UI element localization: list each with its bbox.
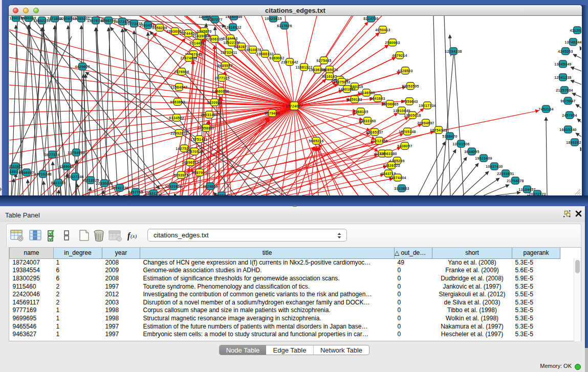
svg-text:6128503: 6128503 — [398, 69, 412, 73]
svg-text:23833160: 23833160 — [359, 119, 376, 123]
svg-text:3333883: 3333883 — [394, 187, 409, 190]
svg-text:8369062: 8369062 — [269, 56, 284, 60]
svg-text:18992829: 18992829 — [566, 141, 581, 144]
svg-text:2457954: 2457954 — [562, 114, 577, 117]
svg-text:22053595: 22053595 — [402, 84, 419, 88]
svg-text:8685577: 8685577 — [217, 64, 232, 68]
svg-text:6368105: 6368105 — [353, 110, 368, 114]
svg-text:8646997: 8646997 — [19, 171, 34, 174]
svg-text:19688132: 19688132 — [256, 52, 274, 56]
svg-text:13748244: 13748244 — [564, 40, 581, 44]
svg-text:3644095: 3644095 — [464, 150, 479, 154]
svg-text:22992872: 22992872 — [170, 132, 188, 135]
svg-text:15165337: 15165337 — [366, 130, 383, 134]
svg-text:4050413: 4050413 — [375, 28, 390, 32]
svg-text:17559643: 17559643 — [401, 100, 418, 103]
svg-text:(x): (x) — [130, 233, 137, 239]
svg-text:19017734: 19017734 — [419, 104, 436, 107]
svg-text:17751421: 17751421 — [190, 138, 208, 141]
svg-text:23826523: 23826523 — [383, 164, 400, 167]
svg-text:9983893: 9983893 — [170, 100, 185, 104]
svg-text:12541238: 12541238 — [554, 76, 572, 79]
svg-text:2876966: 2876966 — [174, 70, 189, 74]
svg-text:22570529: 22570529 — [186, 150, 203, 154]
svg-text:7452134: 7452134 — [538, 107, 553, 111]
svg-text:21012166: 21012166 — [371, 139, 388, 143]
svg-text:9275445: 9275445 — [316, 59, 331, 62]
svg-text:18754131: 18754131 — [430, 128, 447, 132]
svg-text:12294238: 12294238 — [445, 50, 462, 53]
svg-text:20031404: 20031404 — [201, 113, 218, 117]
svg-text:18724007: 18724007 — [286, 104, 303, 108]
svg-text:15180586: 15180586 — [225, 16, 243, 18]
svg-text:22306335: 22306335 — [206, 37, 223, 41]
svg-text:12920906: 12920906 — [165, 185, 182, 188]
svg-text:13910648: 13910648 — [393, 109, 410, 113]
svg-text:8134562: 8134562 — [169, 116, 184, 120]
svg-text:3220921: 3220921 — [207, 101, 222, 104]
svg-text:9958289: 9958289 — [152, 26, 167, 30]
svg-text:10710248: 10710248 — [34, 172, 52, 176]
svg-text:22330030: 22330030 — [96, 182, 113, 185]
svg-text:18096865: 18096865 — [381, 102, 399, 106]
svg-text:14401657: 14401657 — [338, 87, 356, 91]
svg-text:19085076: 19085076 — [321, 68, 338, 72]
svg-text:13732411: 13732411 — [220, 51, 237, 54]
svg-text:9887903: 9887903 — [192, 171, 207, 174]
svg-text:13421212: 13421212 — [145, 192, 162, 195]
svg-text:23874404: 23874404 — [389, 176, 406, 180]
svg-text:3677374: 3677374 — [45, 153, 59, 157]
svg-text:6457765: 6457765 — [128, 190, 143, 194]
svg-text:8224730: 8224730 — [363, 17, 378, 20]
svg-text:2580963: 2580963 — [385, 41, 400, 45]
svg-text:10327246: 10327246 — [67, 175, 84, 179]
svg-text:13701506: 13701506 — [452, 142, 470, 146]
svg-text:6357277: 6357277 — [207, 18, 222, 21]
svg-text:13754919: 13754919 — [68, 151, 85, 155]
svg-text:9816145: 9816145 — [322, 75, 337, 78]
svg-text:8359183: 8359183 — [347, 98, 362, 101]
svg-text:10837430: 10837430 — [486, 165, 503, 168]
svg-text:13805018: 13805018 — [404, 114, 421, 117]
svg-text:5685216: 5685216 — [309, 139, 323, 143]
svg-text:19523409: 19523409 — [475, 157, 492, 160]
svg-text:9214491: 9214491 — [189, 41, 204, 45]
svg-text:9436057: 9436057 — [397, 144, 412, 148]
svg-text:21754078: 21754078 — [507, 179, 524, 183]
svg-text:16510878: 16510878 — [244, 48, 262, 52]
svg-text:16705148: 16705148 — [399, 130, 416, 134]
svg-text:2077105: 2077105 — [214, 76, 229, 80]
svg-text:4389045: 4389045 — [59, 165, 74, 168]
svg-text:9875847: 9875847 — [560, 99, 575, 103]
svg-text:6217026: 6217026 — [277, 24, 292, 28]
svg-text:22093651: 22093651 — [497, 172, 514, 176]
svg-text:22474828: 22474828 — [180, 56, 198, 60]
svg-text:4843718: 4843718 — [381, 172, 396, 176]
svg-text:14460856: 14460856 — [212, 90, 229, 93]
svg-text:8079409: 8079409 — [265, 112, 279, 115]
svg-text:19563180: 19563180 — [380, 152, 397, 156]
svg-text:13045349: 13045349 — [554, 62, 572, 66]
svg-text:13146585: 13146585 — [358, 91, 375, 95]
svg-text:23971842: 23971842 — [281, 60, 298, 64]
svg-text:4429607: 4429607 — [75, 65, 90, 69]
svg-text:5793975: 5793975 — [173, 173, 188, 177]
svg-text:21257684: 21257684 — [556, 89, 573, 92]
svg-text:8029889: 8029889 — [203, 185, 217, 188]
svg-text:16415740: 16415740 — [559, 128, 577, 132]
svg-text:4245263: 4245263 — [558, 50, 573, 53]
svg-text:11558837: 11558837 — [198, 126, 214, 130]
svg-text:13241736: 13241736 — [111, 186, 128, 190]
svg-text:4112034: 4112034 — [570, 29, 581, 32]
svg-text:11584847: 11584847 — [170, 85, 187, 89]
svg-text:13134457: 13134457 — [518, 188, 536, 191]
svg-text:4679214: 4679214 — [392, 54, 407, 57]
svg-text:5188470: 5188470 — [442, 135, 457, 138]
svg-text:5641643: 5641643 — [370, 97, 385, 100]
svg-text:20994697: 20994697 — [417, 121, 434, 125]
svg-text:10323815: 10323815 — [265, 17, 282, 20]
svg-text:16396513: 16396513 — [182, 161, 199, 164]
svg-text:15375853: 15375853 — [333, 80, 351, 84]
svg-text:8811165: 8811165 — [51, 181, 66, 185]
svg-text:12416912: 12416912 — [224, 26, 242, 29]
